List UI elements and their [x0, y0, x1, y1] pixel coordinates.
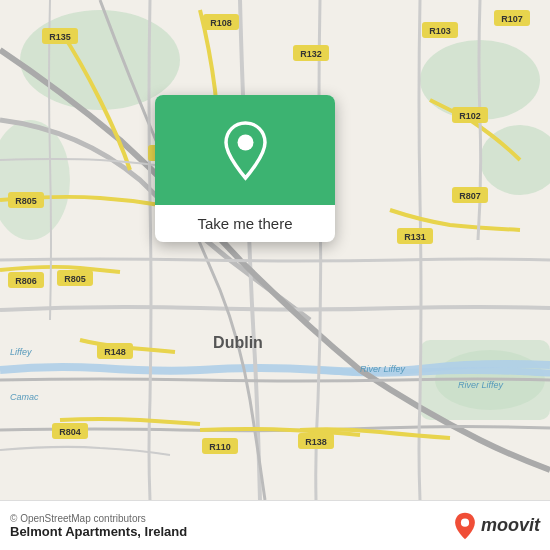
- svg-text:R806: R806: [15, 276, 37, 286]
- footer-left: © OpenStreetMap contributors Belmont Apa…: [10, 513, 187, 539]
- map-container: R135 R108 R132 R103 R107 R108 R805 R806 …: [0, 0, 550, 500]
- svg-text:R135: R135: [49, 32, 71, 42]
- svg-text:R110: R110: [209, 442, 231, 452]
- svg-text:R807: R807: [459, 191, 481, 201]
- moovit-logo: moovit: [453, 512, 540, 540]
- moovit-pin-icon: [453, 512, 477, 540]
- svg-point-45: [461, 518, 469, 526]
- svg-text:Dublin: Dublin: [213, 334, 263, 351]
- osm-credit: © OpenStreetMap contributors: [10, 513, 187, 524]
- location-pin-icon: [218, 118, 273, 183]
- svg-text:R131: R131: [404, 232, 426, 242]
- svg-text:R148: R148: [104, 347, 126, 357]
- svg-text:Liffey: Liffey: [10, 347, 32, 357]
- svg-text:Camac: Camac: [10, 392, 39, 402]
- take-me-there-button[interactable]: Take me there: [167, 215, 323, 232]
- svg-text:R103: R103: [429, 26, 451, 36]
- moovit-text: moovit: [481, 515, 540, 536]
- svg-point-44: [237, 134, 253, 150]
- popup-button-area: Take me there: [155, 205, 335, 242]
- popup-green-header: [155, 95, 335, 205]
- svg-text:R107: R107: [501, 14, 523, 24]
- svg-text:R804: R804: [59, 427, 81, 437]
- svg-text:R108: R108: [210, 18, 232, 28]
- svg-text:R805: R805: [15, 196, 37, 206]
- location-name: Belmont Apartments, Ireland: [10, 524, 187, 539]
- svg-text:River Liffey: River Liffey: [458, 380, 504, 390]
- popup-card: Take me there: [155, 95, 335, 242]
- svg-text:R138: R138: [305, 437, 327, 447]
- footer: © OpenStreetMap contributors Belmont Apa…: [0, 500, 550, 550]
- svg-text:River Liffey: River Liffey: [360, 364, 406, 374]
- svg-text:R805: R805: [64, 274, 86, 284]
- svg-text:R132: R132: [300, 49, 322, 59]
- svg-text:R102: R102: [459, 111, 481, 121]
